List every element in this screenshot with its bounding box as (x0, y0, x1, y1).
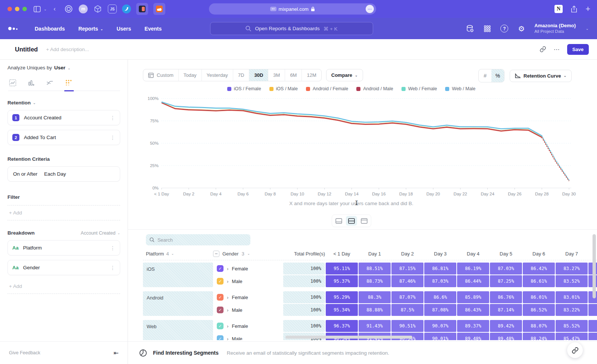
retention-value-cell[interactable]: 87.15% (391, 263, 423, 274)
retention-value-cell[interactable]: 86.19% (457, 263, 489, 274)
retention-value-cell[interactable]: 88.51% (359, 263, 391, 274)
layout-table-only-button[interactable] (359, 216, 370, 226)
retention-value-cell[interactable]: 89.42% (490, 320, 522, 332)
compare-button[interactable]: Compare ⌄ (326, 69, 363, 81)
retention-value-cell[interactable]: 83.01% (556, 291, 588, 303)
add-filter-button[interactable]: + Add (7, 205, 120, 220)
url-bar[interactable]: •• mixpanel.com ⋯ (209, 3, 376, 15)
retention-value-cell[interactable]: 87.07% (391, 291, 423, 303)
retention-value-cell[interactable]: 95.11% (326, 263, 358, 274)
ring-extension-icon[interactable] (64, 4, 74, 14)
report-title[interactable]: Untitled (15, 46, 38, 53)
legend-item[interactable]: Android / Male (356, 86, 393, 91)
retention-value-cell[interactable]: 88.73% (359, 275, 391, 287)
day-column-header[interactable]: Day 2 (391, 251, 423, 257)
percent-mode-button[interactable]: % (491, 69, 504, 82)
give-feedback-link[interactable]: Give Feedback (9, 350, 40, 355)
retention-chart[interactable]: 100%75%50%25%0%< 1 DayDay 2Day 4Day 6Day… (144, 94, 576, 202)
retention-value-cell[interactable]: 85.89% (457, 291, 489, 303)
nav-dashboards[interactable]: Dashboards (35, 26, 65, 32)
retention-value-cell[interactable]: 86.6% (424, 291, 456, 303)
retention-value-cell[interactable]: 87.03% (490, 263, 522, 274)
retention-section-header[interactable]: Retention ⌄ (7, 100, 120, 106)
retention-value-cell[interactable]: 96.37% (326, 320, 358, 332)
copy-link-icon[interactable] (540, 46, 546, 53)
retention-criteria-card[interactable]: On or After Each Day (7, 166, 120, 182)
new-tab-icon[interactable]: + (585, 4, 590, 14)
retention-value-cell[interactable]: 83.22% (556, 304, 588, 316)
platform-column-header[interactable]: Platform 4 ⌄ (143, 251, 213, 257)
expand-row-icon[interactable]: › (227, 323, 228, 329)
minimize-window-button[interactable] (15, 7, 19, 11)
chevron-down-icon[interactable]: ⌄ (44, 7, 47, 11)
retention-value-cell[interactable]: 91.43% (359, 320, 391, 332)
series-checkbox[interactable]: ✓ (217, 265, 224, 272)
m-avatar-extension-icon[interactable]: m (79, 4, 88, 13)
more-options-icon[interactable]: ⋯ (554, 46, 560, 53)
legend-item[interactable]: iOS / Male (269, 86, 298, 91)
platform-cell[interactable]: Android (143, 291, 213, 316)
kebab-menu-icon[interactable]: ⋮ (110, 245, 115, 251)
legend-item[interactable]: Web / Female (401, 86, 437, 91)
retention-value-cell[interactable]: 86.43% (457, 304, 489, 316)
retention-value-cell[interactable]: 89.37% (457, 320, 489, 332)
kebab-menu-icon[interactable]: ⋮ (110, 135, 115, 141)
count-mode-button[interactable]: # (479, 69, 491, 82)
table-search-input[interactable] (157, 237, 247, 243)
retention-value-cell[interactable]: 85.52% (556, 320, 588, 332)
retention-value-cell[interactable]: 86.01% (523, 291, 555, 303)
mixpanel-logo[interactable] (8, 27, 18, 30)
nav-events[interactable]: Events (144, 26, 162, 32)
cloud-extension-icon[interactable] (153, 3, 165, 15)
day-column-header[interactable]: Day 3 (424, 251, 456, 257)
retention-value-cell[interactable]: 95.34% (326, 304, 358, 316)
day-column-header[interactable]: Day 6 (523, 251, 555, 257)
nav-users[interactable]: Users (116, 26, 131, 32)
range-3m[interactable]: 3M (268, 69, 285, 81)
layout-chart-only-button[interactable] (333, 216, 344, 226)
kebab-menu-icon[interactable]: ⋮ (110, 115, 115, 121)
range-custom[interactable]: Custom (143, 69, 179, 81)
org-switcher[interactable]: Amazonia {Demo} All Project Data (534, 23, 576, 34)
gender-column-header[interactable]: – Gender 3 ⌄ (213, 251, 283, 257)
series-checkbox[interactable]: ✓ (217, 278, 224, 285)
table-search[interactable] (146, 234, 250, 245)
retention-value-cell[interactable]: 88.88% (359, 304, 391, 316)
retention-value-cell[interactable]: 86.61% (523, 275, 555, 287)
bird-extension-icon[interactable] (122, 4, 131, 13)
retention-value-cell[interactable]: 87.46% (391, 275, 423, 287)
day-column-header[interactable]: < 1 Day (326, 251, 358, 257)
close-window-button[interactable] (7, 7, 12, 11)
day-column-header[interactable]: Day 1 (359, 251, 391, 257)
retention-step-a[interactable]: 1 Account Created ⋮ (7, 110, 120, 125)
retention-value-cell[interactable]: 87.5% (391, 304, 423, 316)
tab-insights[interactable] (8, 79, 17, 87)
add-breakdown-button[interactable]: + Add (7, 279, 120, 294)
series-checkbox[interactable]: ✓ (217, 323, 224, 329)
horizontal-scrollbar[interactable] (285, 336, 412, 339)
chart-type-dropdown[interactable]: Retention Curve ⌄ (510, 70, 572, 82)
save-button[interactable]: Save (567, 44, 589, 55)
add-description-button[interactable]: + Add description... (46, 47, 89, 52)
retention-value-cell[interactable]: 86.76% (490, 291, 522, 303)
platform-cell[interactable]: Web (143, 320, 213, 340)
tab-retention[interactable] (64, 79, 73, 87)
breakdown-platform[interactable]: Aa Platform ⋮ (7, 240, 120, 255)
retention-value-cell[interactable]: 87.25% (490, 275, 522, 287)
kebab-menu-icon[interactable]: ⋮ (110, 265, 115, 271)
series-checkbox[interactable]: ✓ (217, 307, 224, 313)
range-7d[interactable]: 7D (233, 69, 250, 81)
legend-item[interactable]: Android / Female (306, 86, 348, 91)
range-30d[interactable]: 30D (249, 69, 268, 81)
range-12m[interactable]: 12M (302, 69, 321, 81)
global-search-button[interactable]: Open Reports & Dashboards ⌘ + K (210, 22, 373, 35)
breakdown-scope-dropdown[interactable]: Account Created ⌄ (81, 230, 120, 236)
back-icon[interactable]: ‹ (53, 5, 56, 13)
retention-value-cell[interactable]: 90.51% (391, 320, 423, 332)
select-all-checkbox[interactable]: – (213, 251, 219, 257)
retention-value-cell[interactable]: 87.08% (424, 304, 456, 316)
criteria-on-or-after[interactable]: On or After (13, 171, 37, 177)
legend-item[interactable]: iOS / Female (227, 86, 261, 91)
range-yesterday[interactable]: Yesterday (202, 69, 233, 81)
expand-row-icon[interactable]: › (227, 295, 228, 300)
